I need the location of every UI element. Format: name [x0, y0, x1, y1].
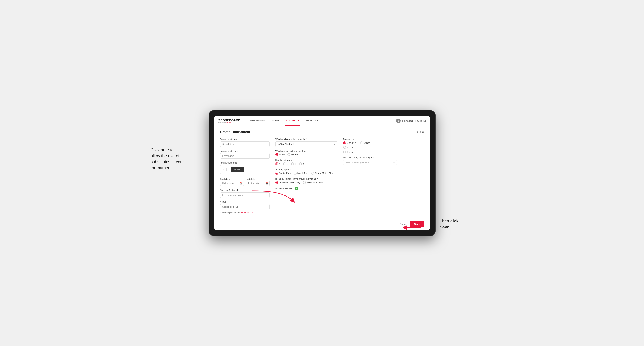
round-4[interactable]: 4 — [299, 163, 304, 165]
gender-womens[interactable]: Womens — [288, 153, 300, 156]
substitutes-checkbox[interactable]: ✓ — [295, 187, 298, 190]
form-grid: Tournament Host Tournament name Tourname… — [220, 138, 424, 214]
radio-round2-dot — [283, 163, 286, 165]
logo-upload-area: Upload — [220, 165, 270, 174]
start-date-label: Start date — [220, 178, 230, 180]
event-type-group: Is this event for Teams and/or Individua… — [276, 177, 338, 184]
division-label: Which division is the event for? — [276, 138, 338, 140]
api-group: Use third-party live scoring API? Select… — [343, 156, 397, 165]
venue-help-text: Can't find your venue? email support — [220, 211, 270, 214]
format-other-label: Other — [364, 142, 370, 144]
event-individuals[interactable]: Individuals Only — [303, 181, 323, 184]
tournament-host-input[interactable] — [220, 142, 270, 147]
radio-individuals-dot — [303, 181, 306, 184]
radio-6count5-dot — [343, 151, 346, 154]
scoring-medal-label: Medal Match Play — [315, 172, 333, 174]
format-row-1: 5 count 4 Other — [343, 142, 397, 144]
venue-label: Venue — [220, 201, 270, 203]
end-date-group: End date 📅 — [246, 177, 270, 186]
radio-5count4-dot — [343, 142, 346, 144]
format-group: Format type 5 count 4 Other — [343, 138, 397, 154]
format-other[interactable]: Other — [360, 142, 370, 144]
logo-placeholder — [220, 165, 229, 174]
substitutes-group: Allow substitutes? ✓ — [276, 187, 338, 190]
substitutes-wrap: Allow substitutes? ✓ — [276, 187, 338, 190]
event-type-label: Is this event for Teams and/or Individua… — [276, 177, 338, 180]
powered-by-text: Powered by clippd — [218, 122, 240, 123]
event-teams[interactable]: Teams (+Individuals) — [276, 181, 300, 184]
venue-input[interactable] — [220, 204, 270, 209]
radio-round1-dot — [276, 163, 278, 165]
event-individuals-label: Individuals Only — [306, 181, 323, 184]
calendar-icon-end: 📅 — [266, 182, 268, 184]
nav-separator: | — [415, 120, 416, 122]
cancel-button[interactable]: Cancel — [400, 223, 408, 226]
gender-womens-label: Womens — [291, 154, 300, 156]
radio-womens-dot — [288, 153, 290, 156]
api-select[interactable]: Select a scoring service — [343, 160, 397, 165]
brand-name: clippd — [226, 122, 231, 123]
format-label: Format type — [343, 138, 397, 140]
division-group: Which division is the event for? NCAA Di… — [276, 138, 338, 147]
rounds-group: Number of rounds 1 2 — [276, 159, 338, 165]
scoring-match[interactable]: Match Play — [294, 172, 308, 175]
scoring-radio-group: Stroke Play Match Play Medal Match Play — [276, 172, 338, 175]
date-group: Start date 📅 End date — [220, 177, 270, 186]
tournament-name-group: Tournament name — [220, 150, 270, 159]
nav-committee[interactable]: COMMITTEE — [285, 116, 300, 126]
rounds-label: Number of rounds — [276, 159, 338, 162]
format-options: 5 count 4 Other 6 count 4 — [343, 142, 397, 154]
form-col-2: Which division is the event for? NCAA Di… — [276, 138, 338, 214]
sponsor-label: Sponsor (optional) — [220, 189, 270, 191]
round-1[interactable]: 1 — [276, 163, 280, 165]
sponsor-input[interactable] — [220, 192, 270, 198]
event-teams-label: Teams (+Individuals) — [279, 181, 300, 184]
save-button[interactable]: Save — [410, 221, 424, 227]
radio-round4-dot — [299, 163, 302, 165]
radio-match-dot — [294, 172, 296, 175]
page-title: Create Tournament — [220, 130, 250, 134]
avatar: B — [396, 119, 400, 123]
tournament-logo-group: Tournament logo Upload — [220, 162, 270, 174]
scoring-medal[interactable]: Medal Match Play — [311, 172, 333, 175]
nav-links: TOURNAMENTS TEAMS COMMITTEE RANKINGS — [246, 116, 396, 126]
form-col-1: Tournament Host Tournament name Tourname… — [220, 138, 270, 214]
gender-mens[interactable]: Mens — [276, 153, 285, 156]
division-select[interactable]: NCAA Division I — [276, 142, 338, 147]
scoring-stroke[interactable]: Stroke Play — [276, 172, 291, 175]
nav-teams[interactable]: TEAMS — [271, 116, 280, 126]
calendar-icon: 📅 — [240, 182, 242, 184]
form-footer: Cancel Save — [214, 218, 430, 230]
sign-out-link[interactable]: Sign out — [417, 120, 426, 122]
annotation-right: Then clickSave. — [440, 218, 479, 230]
sponsor-group: Sponsor (optional) — [220, 189, 270, 198]
gender-radio-group: Mens Womens — [276, 153, 338, 156]
upload-button[interactable]: Upload — [231, 167, 244, 173]
page-content: Create Tournament Back Tournament Host T… — [214, 126, 430, 218]
tablet-frame: SCOREBOARD Powered by clippd TOURNAMENTS… — [208, 110, 436, 236]
radio-medal-dot — [311, 172, 314, 175]
back-button[interactable]: Back — [416, 131, 424, 133]
format-6count4-label: 6 count 4 — [347, 146, 356, 149]
navbar: SCOREBOARD Powered by clippd TOURNAMENTS… — [214, 116, 430, 126]
tournament-logo-label: Tournament logo — [220, 162, 270, 164]
email-support-link[interactable]: email support — [241, 211, 254, 214]
scoring-label: Scoring system — [276, 168, 338, 171]
event-type-radio-group: Teams (+Individuals) Individuals Only — [276, 181, 338, 184]
end-date-wrap: 📅 — [246, 181, 270, 186]
scoring-group: Scoring system Stroke Play Match Play — [276, 168, 338, 175]
round-3[interactable]: 3 — [291, 163, 296, 165]
format-5count4[interactable]: 5 count 4 — [343, 142, 356, 144]
radio-round3-dot — [291, 163, 294, 165]
logo-text: SCOREBOARD — [218, 119, 240, 122]
nav-tournaments[interactable]: TOURNAMENTS — [246, 116, 266, 126]
tournament-name-input[interactable] — [220, 153, 270, 159]
date-row: Start date 📅 End date — [220, 177, 270, 186]
round-2[interactable]: 2 — [283, 163, 288, 165]
api-label: Use third-party live scoring API? — [343, 156, 397, 159]
tournament-name-label: Tournament name — [220, 150, 270, 152]
scoring-stroke-label: Stroke Play — [279, 172, 291, 174]
format-6count5[interactable]: 6 count 5 — [343, 151, 397, 154]
format-6count4[interactable]: 6 count 4 — [343, 146, 397, 149]
nav-rankings[interactable]: RANKINGS — [306, 116, 319, 126]
